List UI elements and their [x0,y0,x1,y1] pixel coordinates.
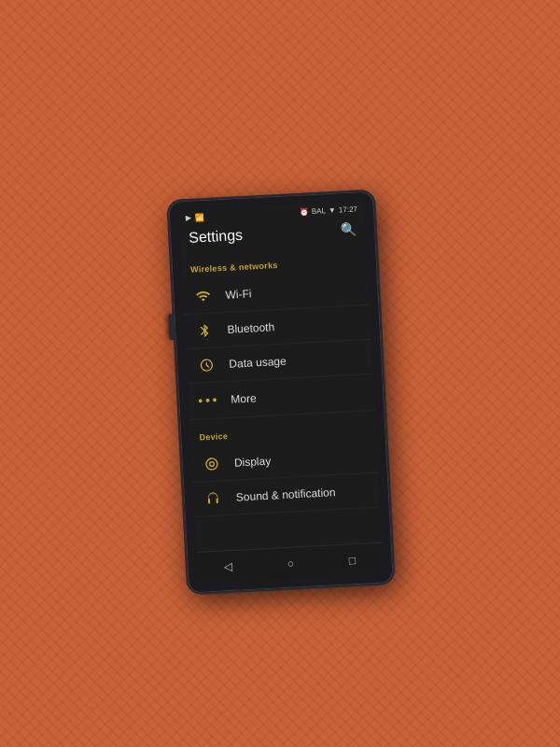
bluetooth-label: Bluetooth [227,320,274,336]
settings-list: Wireless & networks Wi-Fi Bluetoot [180,243,383,552]
status-left-icons: ▶ 📶 [186,213,204,222]
sim-status-icon: 📶 [195,213,204,222]
battery-label: BAL [312,206,327,216]
side-button[interactable] [168,314,175,340]
more-label: More [231,391,257,405]
sound-icon [203,490,226,506]
signal-icon: ▼ [329,206,336,215]
sound-label: Sound & notification [236,486,336,504]
display-icon [201,456,224,472]
data-usage-label: Data usage [229,355,287,371]
page-title: Settings [189,227,244,247]
home-button[interactable]: ○ [277,555,303,573]
phone-screen: ▶ 📶 ⏰ BAL ▼ 17:27 Settings 🔍 Wireless & … [178,201,385,584]
section-label-device: Device [199,431,228,443]
more-icon: ••• [197,391,220,409]
alarm-icon: ⏰ [300,207,309,217]
wifi-label: Wi-Fi [225,287,252,301]
data-usage-icon [195,357,218,373]
back-button[interactable]: ◁ [215,557,243,576]
section-label-wireless: Wireless & networks [190,261,278,275]
time-display: 17:27 [339,204,357,214]
phone-device: ▶ 📶 ⏰ BAL ▼ 17:27 Settings 🔍 Wireless & … [168,191,394,594]
recent-button[interactable]: □ [339,552,365,571]
status-right-info: ⏰ BAL ▼ 17:27 [300,204,357,216]
bluetooth-icon [193,323,217,339]
media-status-icon: ▶ [186,214,191,222]
search-button[interactable]: 🔍 [341,221,357,238]
wifi-icon [191,289,215,304]
display-label: Display [234,455,272,470]
